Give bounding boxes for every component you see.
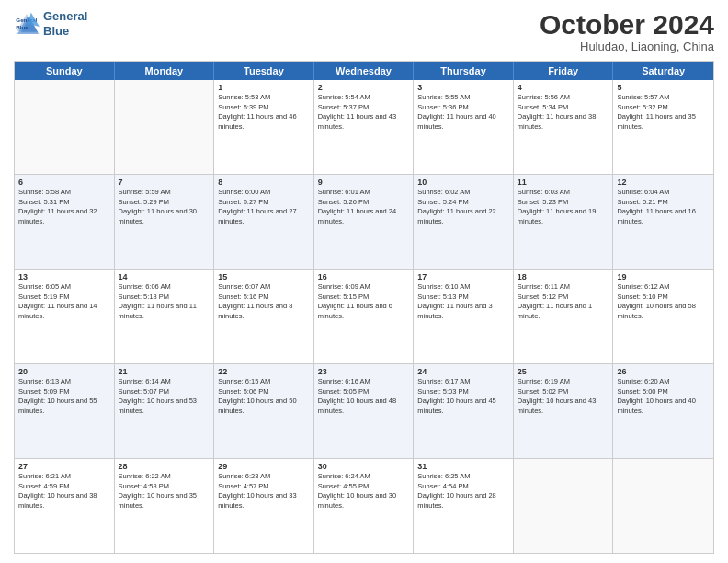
cell-info: Sunrise: 6:23 AMSunset: 4:57 PMDaylight:…: [218, 472, 310, 511]
day-number: 1: [218, 83, 310, 92]
cal-cell: [15, 80, 115, 174]
cal-cell: 11Sunrise: 6:03 AMSunset: 5:23 PMDayligh…: [514, 175, 614, 269]
cal-cell: 5Sunrise: 5:57 AMSunset: 5:32 PMDaylight…: [613, 80, 713, 174]
cal-cell: 2Sunrise: 5:54 AMSunset: 5:37 PMDaylight…: [314, 80, 415, 174]
header: General Blue General Blue October 2024 H…: [14, 9, 714, 53]
day-number: 4: [518, 83, 609, 92]
day-number: 6: [18, 178, 110, 187]
day-number: 11: [518, 178, 609, 187]
cal-cell: [613, 459, 713, 553]
day-number: 5: [617, 83, 710, 92]
cal-cell: 3Sunrise: 5:55 AMSunset: 5:36 PMDaylight…: [414, 80, 514, 174]
day-number: 21: [119, 367, 210, 376]
cal-row-4: 27Sunrise: 6:21 AMSunset: 4:59 PMDayligh…: [15, 458, 713, 553]
cal-cell: 31Sunrise: 6:25 AMSunset: 4:54 PMDayligh…: [414, 459, 514, 553]
cell-info: Sunrise: 6:11 AMSunset: 5:12 PMDaylight:…: [518, 282, 609, 321]
logo-icon: General Blue: [14, 11, 40, 37]
day-number: 2: [318, 83, 410, 92]
day-number: 18: [518, 272, 609, 282]
cal-cell: 12Sunrise: 6:04 AMSunset: 5:21 PMDayligh…: [613, 175, 713, 269]
cell-info: Sunrise: 6:15 AMSunset: 5:06 PMDaylight:…: [218, 377, 310, 416]
cell-info: Sunrise: 6:14 AMSunset: 5:07 PMDaylight:…: [119, 377, 210, 416]
cal-cell: 18Sunrise: 6:11 AMSunset: 5:12 PMDayligh…: [514, 270, 614, 363]
cal-header-friday: Friday: [514, 62, 614, 80]
cell-info: Sunrise: 5:58 AMSunset: 5:31 PMDaylight:…: [18, 188, 110, 226]
cal-cell: 22Sunrise: 6:15 AMSunset: 5:06 PMDayligh…: [214, 364, 314, 458]
cal-cell: 24Sunrise: 6:17 AMSunset: 5:03 PMDayligh…: [414, 364, 514, 458]
day-number: 9: [318, 178, 410, 187]
logo-text-blue: Blue: [43, 24, 87, 39]
cal-cell: 25Sunrise: 6:19 AMSunset: 5:02 PMDayligh…: [514, 364, 614, 458]
cal-row-1: 6Sunrise: 5:58 AMSunset: 5:31 PMDaylight…: [15, 174, 713, 269]
day-number: 19: [617, 272, 710, 282]
cell-info: Sunrise: 6:16 AMSunset: 5:05 PMDaylight:…: [318, 377, 410, 416]
title-block: October 2024 Huludao, Liaoning, China: [540, 9, 714, 53]
cell-info: Sunrise: 5:56 AMSunset: 5:34 PMDaylight:…: [518, 93, 609, 132]
cell-info: Sunrise: 6:13 AMSunset: 5:09 PMDaylight:…: [18, 377, 110, 416]
cal-cell: 30Sunrise: 6:24 AMSunset: 4:55 PMDayligh…: [314, 459, 415, 553]
day-number: 22: [218, 367, 310, 376]
cell-info: Sunrise: 6:03 AMSunset: 5:23 PMDaylight:…: [518, 188, 609, 226]
cal-cell: 13Sunrise: 6:05 AMSunset: 5:19 PMDayligh…: [15, 270, 115, 363]
day-number: 20: [18, 367, 110, 376]
cal-cell: 4Sunrise: 5:56 AMSunset: 5:34 PMDaylight…: [514, 80, 614, 174]
day-number: 8: [218, 178, 310, 187]
day-number: 23: [318, 367, 410, 376]
cell-info: Sunrise: 6:10 AMSunset: 5:13 PMDaylight:…: [417, 282, 509, 321]
cell-info: Sunrise: 6:07 AMSunset: 5:16 PMDaylight:…: [218, 282, 310, 321]
cell-info: Sunrise: 6:09 AMSunset: 5:15 PMDaylight:…: [318, 282, 410, 321]
month-title: October 2024: [540, 9, 714, 40]
cell-info: Sunrise: 6:20 AMSunset: 5:00 PMDaylight:…: [617, 377, 710, 416]
cal-row-0: 1Sunrise: 5:53 AMSunset: 5:39 PMDaylight…: [15, 80, 713, 174]
location-subtitle: Huludao, Liaoning, China: [540, 40, 714, 53]
cal-cell: 9Sunrise: 6:01 AMSunset: 5:26 PMDaylight…: [314, 175, 415, 269]
cal-header-saturday: Saturday: [613, 62, 713, 80]
cal-header-tuesday: Tuesday: [214, 62, 314, 80]
cal-cell: [115, 80, 215, 174]
day-number: 25: [518, 367, 609, 376]
calendar: SundayMondayTuesdayWednesdayThursdayFrid…: [14, 61, 714, 554]
day-number: 27: [18, 462, 110, 471]
cell-info: Sunrise: 6:06 AMSunset: 5:18 PMDaylight:…: [119, 282, 210, 321]
cal-cell: 8Sunrise: 6:00 AMSunset: 5:27 PMDaylight…: [214, 175, 314, 269]
cell-info: Sunrise: 6:12 AMSunset: 5:10 PMDaylight:…: [617, 282, 710, 321]
day-number: 29: [218, 462, 310, 471]
cal-cell: 23Sunrise: 6:16 AMSunset: 5:05 PMDayligh…: [314, 364, 415, 458]
cal-cell: 14Sunrise: 6:06 AMSunset: 5:18 PMDayligh…: [115, 270, 215, 363]
day-number: 13: [18, 272, 110, 282]
cal-cell: 20Sunrise: 6:13 AMSunset: 5:09 PMDayligh…: [15, 364, 115, 458]
cal-cell: 1Sunrise: 5:53 AMSunset: 5:39 PMDaylight…: [214, 80, 314, 174]
cal-cell: 27Sunrise: 6:21 AMSunset: 4:59 PMDayligh…: [15, 459, 115, 553]
cell-info: Sunrise: 6:19 AMSunset: 5:02 PMDaylight:…: [518, 377, 609, 416]
calendar-body: 1Sunrise: 5:53 AMSunset: 5:39 PMDaylight…: [15, 80, 713, 553]
cell-info: Sunrise: 5:57 AMSunset: 5:32 PMDaylight:…: [617, 93, 710, 132]
day-number: 10: [417, 178, 509, 187]
cell-info: Sunrise: 6:22 AMSunset: 4:58 PMDaylight:…: [119, 472, 210, 511]
svg-text:Blue: Blue: [16, 24, 28, 30]
cal-cell: 17Sunrise: 6:10 AMSunset: 5:13 PMDayligh…: [414, 270, 514, 363]
cal-header-thursday: Thursday: [414, 62, 514, 80]
cell-info: Sunrise: 6:01 AMSunset: 5:26 PMDaylight:…: [318, 188, 410, 226]
cal-cell: 6Sunrise: 5:58 AMSunset: 5:31 PMDaylight…: [15, 175, 115, 269]
cell-info: Sunrise: 6:21 AMSunset: 4:59 PMDaylight:…: [18, 472, 110, 511]
day-number: 7: [119, 178, 210, 187]
day-number: 24: [417, 367, 509, 376]
cell-info: Sunrise: 6:00 AMSunset: 5:27 PMDaylight:…: [218, 188, 310, 226]
cal-cell: 16Sunrise: 6:09 AMSunset: 5:15 PMDayligh…: [314, 270, 415, 363]
logo-text-general: General: [43, 9, 87, 24]
day-number: 28: [119, 462, 210, 471]
cal-cell: 29Sunrise: 6:23 AMSunset: 4:57 PMDayligh…: [214, 459, 314, 553]
day-number: 31: [417, 462, 509, 471]
cell-info: Sunrise: 5:54 AMSunset: 5:37 PMDaylight:…: [318, 93, 410, 132]
day-number: 12: [617, 178, 710, 187]
cal-cell: [514, 459, 614, 553]
cal-cell: 28Sunrise: 6:22 AMSunset: 4:58 PMDayligh…: [115, 459, 215, 553]
cell-info: Sunrise: 6:04 AMSunset: 5:21 PMDaylight:…: [617, 188, 710, 226]
cal-cell: 7Sunrise: 5:59 AMSunset: 5:29 PMDaylight…: [115, 175, 215, 269]
cal-header-wednesday: Wednesday: [314, 62, 415, 80]
cal-cell: 10Sunrise: 6:02 AMSunset: 5:24 PMDayligh…: [414, 175, 514, 269]
cal-cell: 19Sunrise: 6:12 AMSunset: 5:10 PMDayligh…: [613, 270, 713, 363]
cell-info: Sunrise: 6:17 AMSunset: 5:03 PMDaylight:…: [417, 377, 509, 416]
day-number: 26: [617, 367, 710, 376]
cal-cell: 26Sunrise: 6:20 AMSunset: 5:00 PMDayligh…: [613, 364, 713, 458]
